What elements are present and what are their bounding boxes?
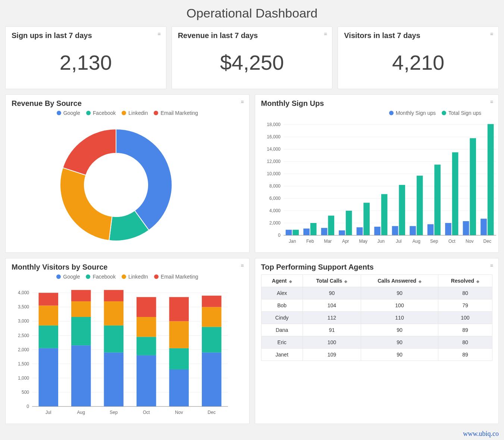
legend-item[interactable]: Email Marketing — [154, 110, 198, 116]
stack-segment[interactable] — [71, 290, 91, 301]
bar-monthly[interactable] — [303, 229, 310, 235]
stack-segment[interactable] — [39, 306, 59, 326]
x-tick-label: Aug — [77, 410, 85, 415]
legend-item[interactable]: Linkedin — [122, 110, 148, 116]
y-tick-label: 1,500 — [18, 361, 29, 367]
kpi-signups: Sign ups in last 7 days ≡ 2,130 — [5, 26, 166, 89]
stack-segment[interactable] — [137, 317, 156, 337]
legend-item[interactable]: Google — [57, 110, 80, 116]
menu-icon[interactable]: ≡ — [490, 31, 493, 37]
table-cell: 100 — [438, 312, 492, 324]
table-cell: 90 — [361, 287, 438, 299]
kpi-revenue-value: $4,250 — [178, 50, 326, 75]
bar-monthly[interactable] — [285, 230, 292, 235]
menu-icon[interactable]: ≡ — [241, 263, 244, 268]
donut-slice[interactable] — [63, 129, 116, 175]
bar-monthly[interactable] — [356, 227, 363, 235]
legend-item[interactable]: Facebook — [86, 110, 116, 116]
kpi-signups-value: 2,130 — [12, 50, 160, 75]
stack-segment[interactable] — [169, 370, 189, 406]
legend-item[interactable]: Monthly Sign ups — [389, 110, 436, 116]
column-header[interactable]: Agent◆ — [261, 275, 303, 287]
bar-monthly[interactable] — [480, 219, 487, 235]
menu-icon[interactable]: ≡ — [324, 31, 327, 37]
bar-monthly[interactable] — [463, 221, 469, 235]
y-tick-label: 8,000 — [269, 183, 280, 189]
stack-segment[interactable] — [104, 326, 124, 352]
legend-item[interactable]: LinkedIn — [122, 274, 148, 280]
legend-item[interactable]: Google — [56, 274, 80, 280]
bar-total[interactable] — [452, 152, 458, 235]
sort-icon: ◆ — [289, 279, 292, 283]
bar-monthly[interactable] — [339, 230, 345, 235]
legend-label: Facebook — [93, 110, 116, 116]
legend-item[interactable]: Total Sign ups — [442, 110, 481, 116]
bar-monthly[interactable] — [321, 228, 327, 235]
menu-icon[interactable]: ≡ — [490, 99, 493, 104]
bar-total[interactable] — [487, 124, 494, 235]
bar-total[interactable] — [416, 176, 423, 235]
bar-total[interactable] — [434, 164, 441, 235]
stack-segment[interactable] — [104, 290, 124, 301]
stack-segment[interactable] — [39, 348, 59, 406]
table-cell: Cindy — [261, 312, 303, 324]
bar-total[interactable] — [328, 216, 334, 235]
bar-monthly[interactable] — [374, 227, 381, 235]
donut-slice[interactable] — [60, 168, 112, 241]
x-tick-label: Nov — [175, 410, 183, 415]
stack-segment[interactable] — [71, 345, 91, 406]
table-cell: 89 — [438, 349, 492, 361]
table-header-row: Agent◆Total Calls◆Calls Answered◆Resolve… — [261, 275, 492, 287]
stack-segment[interactable] — [169, 297, 189, 321]
y-tick-label: 3,000 — [18, 318, 29, 324]
stack-segment[interactable] — [137, 355, 156, 406]
stack-segment[interactable] — [104, 352, 124, 406]
bar-total[interactable] — [399, 185, 405, 235]
column-header[interactable]: Total Calls◆ — [303, 275, 361, 287]
bar-total[interactable] — [381, 194, 387, 235]
bar-total[interactable] — [363, 203, 370, 235]
stack-segment[interactable] — [104, 301, 124, 326]
stack-segment[interactable] — [39, 326, 59, 348]
legend-label: LinkedIn — [128, 274, 148, 280]
bar-monthly[interactable] — [445, 223, 451, 235]
x-tick-label: Apr — [342, 239, 349, 244]
stack-segment[interactable] — [202, 327, 222, 353]
bar-total[interactable] — [470, 138, 476, 235]
stack-segment[interactable] — [169, 348, 189, 370]
menu-icon[interactable]: ≡ — [158, 31, 161, 37]
legend-swatch-icon — [154, 111, 158, 115]
table-cell: Bob — [261, 299, 303, 312]
menu-icon[interactable]: ≡ — [241, 99, 244, 104]
kpi-revenue: Revenue in last 7 days ≡ $4,250 — [172, 26, 333, 89]
column-header[interactable]: Resolved◆ — [438, 275, 492, 287]
stack-segment[interactable] — [202, 307, 222, 327]
stack-segment[interactable] — [71, 317, 91, 345]
legend-swatch-icon — [122, 111, 126, 115]
kpi-row: Sign ups in last 7 days ≡ 2,130 Revenue … — [5, 26, 499, 89]
table-cell: 80 — [438, 287, 492, 299]
bar-monthly[interactable] — [427, 224, 433, 235]
bar-total[interactable] — [310, 223, 316, 235]
donut-slice[interactable] — [116, 129, 172, 230]
stack-segment[interactable] — [39, 293, 59, 305]
stack-segment[interactable] — [169, 321, 189, 348]
stack-segment[interactable] — [202, 352, 222, 406]
card-monthly-signups: Monthly Sign Ups ≡ Monthly Sign upsTotal… — [255, 94, 499, 253]
menu-icon[interactable]: ≡ — [490, 263, 493, 268]
legend-label: Google — [63, 274, 80, 280]
bar-monthly[interactable] — [410, 226, 416, 235]
sort-icon: ◆ — [344, 279, 347, 283]
bar-monthly[interactable] — [392, 226, 398, 235]
stack-segment[interactable] — [137, 297, 156, 317]
stack-segment[interactable] — [202, 296, 222, 307]
legend-item[interactable]: Email Marketing — [154, 274, 198, 280]
stack-segment[interactable] — [71, 301, 91, 317]
bar-total[interactable] — [292, 230, 299, 235]
column-header[interactable]: Calls Answered◆ — [361, 275, 438, 287]
kpi-visitors-value: 4,210 — [344, 50, 492, 75]
bar-total[interactable] — [345, 211, 352, 235]
stack-segment[interactable] — [137, 337, 156, 355]
legend-item[interactable]: Facebook — [86, 274, 115, 280]
table-row: Dana919089 — [261, 324, 492, 336]
